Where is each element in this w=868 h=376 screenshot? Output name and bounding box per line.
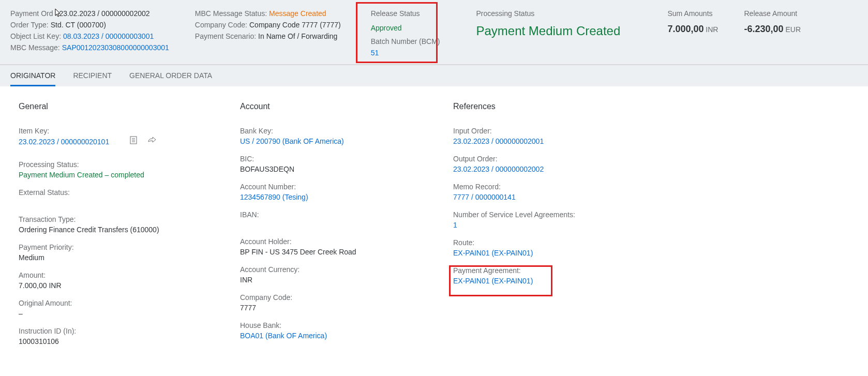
mbc-status-row: MBC Message Status: Message Created xyxy=(195,9,341,18)
transaction-type-value: Ordering Finance Credit Transfers (61000… xyxy=(19,225,240,234)
release-amount-value: -6.230,00 xyxy=(744,24,783,34)
iban-label: IBAN: xyxy=(240,210,453,219)
order-type-value: Std. CT (000700) xyxy=(51,21,106,29)
field-memo-record: Memo Record: 7777 / 0000000141 xyxy=(453,183,670,201)
forward-icon[interactable] xyxy=(147,136,157,146)
account-company-code-value: 7777 xyxy=(240,304,453,312)
section-account: Account Bank Key: US / 200790 (Bank OF A… xyxy=(240,102,453,355)
field-instruction-id: Instruction ID (In): 1000310106 xyxy=(19,327,240,345)
field-processing-status: Processing Status: Payment Medium Create… xyxy=(19,160,240,179)
payment-order-value: 23.02.2023 / 000000002002 xyxy=(59,9,149,18)
bank-key-link[interactable]: US / 200790 (Bank OF America) xyxy=(240,137,453,145)
route-link[interactable]: EX-PAIN01 (EX-PAIN01) xyxy=(453,249,670,257)
amount-label: Amount: xyxy=(19,271,240,279)
sum-amounts-value: 7.000,00 xyxy=(667,24,704,34)
processing-status-value: Payment Medium Created xyxy=(476,24,620,38)
object-list-key-label: Object List Key: xyxy=(10,32,61,40)
tab-recipient[interactable]: RECIPIENT xyxy=(73,65,112,86)
gen-processing-status-value: Payment Medium Created – completed xyxy=(19,171,240,179)
object-list-key-row: Object List Key: 08.03.2023 / 0000000030… xyxy=(10,32,169,40)
batch-number-link[interactable]: 51 xyxy=(371,49,440,57)
company-code-row: Company Code: Company Code 7777 (7777) xyxy=(195,21,341,29)
tab-bar: ORIGINATOR RECIPIENT GENERAL ORDER DATA xyxy=(0,65,868,86)
field-amount: Amount: 7.000,00 INR xyxy=(19,271,240,290)
header-col-release: Release Status Approved Batch Number (BC… xyxy=(367,9,440,57)
bic-value: BOFAUS3DEQN xyxy=(240,165,453,173)
content-panel: General Item Key: 23.02.2023 / 000000020… xyxy=(0,86,868,370)
release-amount-currency: EUR xyxy=(785,25,801,34)
payment-order-label: Payment Ord xyxy=(10,9,53,18)
mbc-status-label: MBC Message Status: xyxy=(195,9,267,18)
field-account-currency: Account Currency: INR xyxy=(240,265,453,284)
external-status-label: External Status: xyxy=(19,188,240,197)
section-general: General Item Key: 23.02.2023 / 000000020… xyxy=(19,102,240,355)
header-col-sum: Sum Amounts 7.000,00 INR xyxy=(667,9,718,57)
output-order-link[interactable]: 23.02.2023 / 000000002002 xyxy=(453,165,670,173)
bic-label: BIC: xyxy=(240,155,453,163)
memo-record-link[interactable]: 7777 / 0000000141 xyxy=(453,193,670,201)
field-external-status: External Status: xyxy=(19,188,240,197)
release-status-value: Approved xyxy=(371,24,440,32)
header-col-release-amount: Release Amount -6.230,00 EUR xyxy=(744,9,801,57)
header-panel: Payment Ord : 23.02.2023 / 000000002002 … xyxy=(0,0,868,65)
document-icon[interactable] xyxy=(130,136,137,146)
account-currency-value: INR xyxy=(240,276,453,284)
item-key-link[interactable]: 23.02.2023 / 000000020101 xyxy=(19,138,109,146)
references-title: References xyxy=(453,102,670,111)
field-iban: IBAN: xyxy=(240,210,453,219)
field-account-company-code: Company Code: 7777 xyxy=(240,293,453,312)
output-order-label: Output Order: xyxy=(453,155,670,163)
account-holder-value: BP FIN - US 3475 Deer Creek Road xyxy=(240,248,453,256)
field-original-amount: Original Amount: – xyxy=(19,299,240,318)
object-list-key-link[interactable]: 08.03.2023 / 000000003001 xyxy=(63,32,154,40)
field-house-bank: House Bank: BOA01 (Bank OF America) xyxy=(240,321,453,340)
field-account-number: Account Number: 1234567890 (Tesing) xyxy=(240,183,453,201)
header-col-processing: Processing Status Payment Medium Created xyxy=(476,9,620,57)
processing-status-label: Processing Status xyxy=(476,9,620,18)
order-type-row: Order Type: Std. CT (000700) xyxy=(10,21,169,29)
original-amount-value: – xyxy=(19,309,240,318)
tab-originator[interactable]: ORIGINATOR xyxy=(10,65,55,86)
mbc-message-link[interactable]: SAP00120230308000000003001 xyxy=(62,43,169,52)
field-sla: Number of Service Level Agreements: 1 xyxy=(453,210,670,229)
payment-agreement-label: Payment Agreement: xyxy=(453,266,670,275)
header-col-mbc: MBC Message Status: Message Created Comp… xyxy=(195,9,341,57)
payment-order-sep: : xyxy=(55,9,57,18)
field-route: Route: EX-PAIN01 (EX-PAIN01) xyxy=(453,238,670,257)
sla-link[interactable]: 1 xyxy=(453,221,670,229)
house-bank-link[interactable]: BOA01 (Bank OF America) xyxy=(240,332,453,340)
batch-number-label: Batch Number (BCM) xyxy=(371,37,440,46)
field-payment-priority: Payment Priority: Medium xyxy=(19,243,240,262)
original-amount-label: Original Amount: xyxy=(19,299,240,307)
memo-record-label: Memo Record: xyxy=(453,183,670,191)
field-payment-agreement: Payment Agreement: EX-PAIN01 (EX-PAIN01) xyxy=(453,266,670,285)
header-col-identifiers: Payment Ord : 23.02.2023 / 000000002002 … xyxy=(10,9,169,57)
payment-priority-value: Medium xyxy=(19,253,240,262)
field-transaction-type: Transaction Type: Ordering Finance Credi… xyxy=(19,215,240,234)
field-input-order: Input Order: 23.02.2023 / 000000002001 xyxy=(453,127,670,145)
gen-processing-status-label: Processing Status: xyxy=(19,160,240,169)
account-currency-label: Account Currency: xyxy=(240,265,453,274)
field-account-holder: Account Holder: BP FIN - US 3475 Deer Cr… xyxy=(240,237,453,256)
payment-order-row: Payment Ord : 23.02.2023 / 000000002002 xyxy=(10,9,169,18)
field-bic: BIC: BOFAUS3DEQN xyxy=(240,155,453,173)
input-order-link[interactable]: 23.02.2023 / 000000002001 xyxy=(453,137,670,145)
account-holder-label: Account Holder: xyxy=(240,237,453,246)
house-bank-label: House Bank: xyxy=(240,321,453,329)
release-amount-label: Release Amount xyxy=(744,9,801,18)
payment-agreement-link[interactable]: EX-PAIN01 (EX-PAIN01) xyxy=(453,277,670,285)
account-number-link[interactable]: 1234567890 (Tesing) xyxy=(240,193,453,201)
payment-scenario-value: In Name Of / Forwarding xyxy=(258,32,337,40)
sla-label: Number of Service Level Agreements: xyxy=(453,210,670,219)
mbc-message-row: MBC Message: SAP00120230308000000003001 xyxy=(10,43,169,52)
section-references: References Input Order: 23.02.2023 / 000… xyxy=(453,102,670,355)
route-label: Route: xyxy=(453,238,670,247)
field-bank-key: Bank Key: US / 200790 (Bank OF America) xyxy=(240,127,453,145)
payment-scenario-label: Payment Scenario: xyxy=(195,32,256,40)
company-code-label: Company Code: xyxy=(195,21,247,29)
mbc-message-label: MBC Message: xyxy=(10,43,60,52)
transaction-type-label: Transaction Type: xyxy=(19,215,240,223)
amount-value: 7.000,00 INR xyxy=(19,281,240,290)
tab-general-order-data[interactable]: GENERAL ORDER DATA xyxy=(129,65,212,86)
company-code-value: Company Code 7777 (7777) xyxy=(249,21,341,29)
